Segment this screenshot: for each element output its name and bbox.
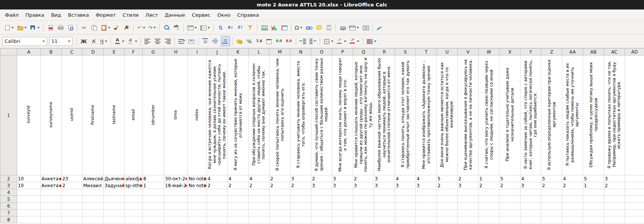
cell-F4[interactable] [125, 189, 143, 196]
copy-button[interactable] [89, 22, 98, 33]
spelling-button[interactable] [172, 22, 181, 33]
cell-F5[interactable] [125, 196, 143, 203]
cell-C6[interactable] [62, 203, 82, 210]
cell-Y4[interactable] [520, 189, 541, 196]
cell-O2[interactable]: 2 [311, 175, 332, 182]
cell-H8[interactable] [164, 216, 188, 223]
menu-file[interactable]: Файл [2, 10, 22, 20]
cell-O3[interactable]: 3 [311, 182, 332, 189]
column-header-V[interactable]: V [458, 49, 479, 55]
cell-L5[interactable] [249, 196, 270, 203]
cell-M3[interactable]: 2 [270, 182, 290, 189]
cell-AC1[interactable]: Я провожу время в попытках понять, что н… [604, 55, 625, 175]
new-document-dropdown-arrow[interactable] [11, 27, 14, 28]
cell-U2[interactable]: 5 [437, 175, 458, 182]
cell-T6[interactable] [416, 203, 437, 210]
format-date-button[interactable] [265, 36, 274, 46]
cell-J4[interactable] [207, 189, 228, 196]
cell-Y3[interactable]: 3 [520, 182, 541, 189]
cell-Y2[interactable]: 4 [520, 175, 541, 182]
cell-L7[interactable] [249, 210, 270, 216]
cell-AD5[interactable] [625, 196, 644, 203]
cell-AB2[interactable]: 5 [583, 175, 604, 182]
cell-AA2[interactable]: 4 [562, 175, 583, 182]
cell-P4[interactable] [332, 189, 353, 196]
column-header-Q[interactable]: Q [353, 49, 374, 55]
cell-J1[interactable]: Когда я встречаю человека, чье мнение ка… [207, 55, 228, 175]
cell-AB5[interactable] [583, 196, 604, 203]
cell-Q2[interactable]: 2 [353, 175, 374, 182]
cell-C7[interactable] [62, 210, 82, 216]
row-header-2[interactable]: 2 [0, 175, 17, 182]
column-header-K[interactable]: K [228, 49, 249, 55]
align-right-button[interactable] [163, 36, 172, 46]
cell-V6[interactable] [458, 203, 479, 210]
row-header-1[interactable]: 1 [0, 55, 17, 175]
cell-R6[interactable] [374, 203, 395, 210]
cell-U6[interactable] [437, 203, 458, 210]
cell-M5[interactable] [270, 196, 290, 203]
cell-Q6[interactable] [353, 203, 374, 210]
cell-N7[interactable] [290, 210, 311, 216]
column-header-U[interactable]: U [437, 49, 458, 55]
cell-T1[interactable]: Мне нравится изображать «Адвоката дьявол… [416, 55, 437, 175]
cell-F6[interactable] [125, 203, 143, 210]
menu-view[interactable]: Вид [48, 10, 64, 20]
cell-AD1[interactable] [625, 55, 644, 175]
font-name-dropdown-arrow[interactable] [43, 41, 45, 42]
cell-AD3[interactable] [625, 182, 644, 189]
cell-W1[interactable]: Я считаю, что могу усилить свою позицию … [479, 55, 500, 175]
cell-V8[interactable] [458, 216, 479, 223]
cell-X7[interactable] [500, 210, 520, 216]
cell-E2[interactable]: Дьяченк [104, 175, 125, 182]
cell-Y6[interactable] [520, 203, 541, 210]
cell-W4[interactable] [479, 189, 500, 196]
cell-W2[interactable]: 1 [479, 175, 500, 182]
cell-AA4[interactable] [562, 189, 583, 196]
cell-B1[interactable]: surveyname [41, 55, 62, 175]
cell-R8[interactable] [374, 216, 395, 223]
cell-G8[interactable] [143, 216, 164, 223]
column-header-J[interactable]: J [207, 49, 228, 55]
cell-S6[interactable] [395, 203, 416, 210]
split-window-button[interactable] [361, 22, 370, 33]
open-dropdown-arrow[interactable] [24, 27, 27, 28]
border-style-button[interactable] [335, 36, 347, 46]
cell-AA6[interactable] [562, 203, 583, 210]
cell-W7[interactable] [479, 210, 500, 216]
cell-X6[interactable] [500, 203, 520, 210]
save-button[interactable] [29, 22, 41, 33]
cell-AA7[interactable] [562, 210, 583, 216]
insert-row-dropdown-arrow[interactable] [195, 27, 197, 28]
cell-R2[interactable]: 3 [374, 175, 395, 182]
cell-S4[interactable] [395, 189, 416, 196]
highlight-color-button[interactable] [126, 36, 138, 46]
column-header-O[interactable]: O [311, 49, 332, 55]
column-header-C[interactable]: C [62, 49, 82, 55]
cell-R3[interactable]: 3 [374, 182, 395, 189]
cell-F2[interactable]: alexdjac [125, 175, 143, 182]
wrap-text-button[interactable] [177, 36, 186, 46]
cell-R1[interactable]: Наиболее важной частью моего образования… [374, 55, 395, 175]
undo-dropdown-arrow[interactable] [143, 27, 145, 28]
cell-P6[interactable] [332, 203, 353, 210]
cell-T2[interactable]: 4 [416, 175, 437, 182]
new-document-button[interactable] [3, 22, 15, 33]
find-replace-button[interactable] [162, 22, 171, 33]
cell-F1[interactable]: email [125, 55, 143, 175]
insert-column-dropdown-arrow[interactable] [208, 27, 210, 28]
cell-X2[interactable]: 5 [500, 175, 520, 182]
cell-S1[interactable]: Я стараюсь понять, откуда этот человек, … [395, 55, 416, 175]
insert-column-button[interactable] [199, 22, 211, 33]
column-header-H[interactable]: H [164, 49, 188, 55]
cell-Q7[interactable] [353, 210, 374, 216]
cell-AA5[interactable] [562, 196, 583, 203]
row-header-4[interactable]: 4 [0, 189, 17, 196]
menu-styles[interactable]: Стили [119, 10, 142, 20]
row-header-5[interactable]: 5 [0, 196, 17, 203]
font-size-dropdown-arrow[interactable] [68, 41, 70, 42]
column-header-X[interactable]: X [500, 49, 520, 55]
cell-D6[interactable] [82, 203, 104, 210]
cell-P7[interactable] [332, 210, 353, 216]
cell-AC6[interactable] [604, 203, 625, 210]
